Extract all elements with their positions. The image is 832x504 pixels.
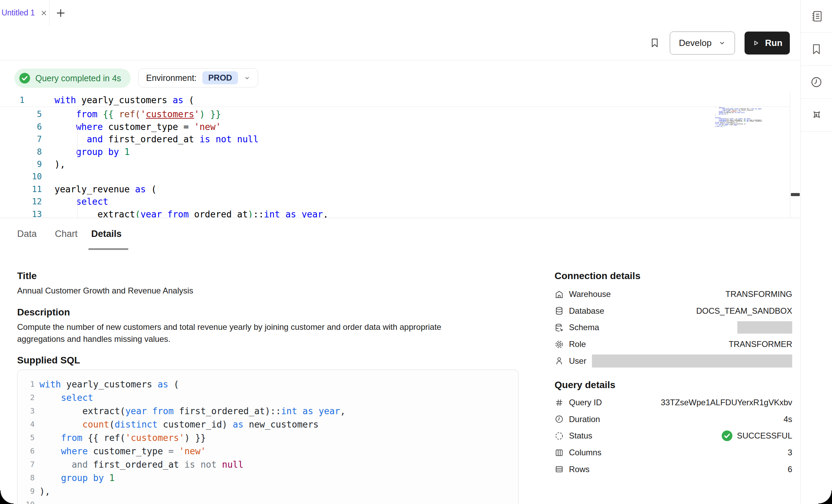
sidebar-button-discover-compass[interactable] bbox=[801, 99, 832, 132]
detail-label: User bbox=[569, 356, 586, 366]
detail-value: 33TZseWpe1ALFDUYerxR1gVKxbv bbox=[661, 398, 792, 407]
toolbar: Develop Run bbox=[0, 26, 800, 60]
detail-row-status: StatusSUCCESSFUL bbox=[555, 428, 792, 444]
check-circle-icon bbox=[721, 430, 733, 442]
line-number: 11 bbox=[0, 184, 42, 194]
run-button[interactable]: Run bbox=[745, 32, 790, 55]
code-text: extract(year from ordered_at)::int as ye… bbox=[55, 209, 328, 218]
sidebar-button-notebook[interactable] bbox=[801, 0, 832, 33]
editor-lines: 5 from {{ ref('customers') }}6 where cus… bbox=[0, 108, 790, 218]
detail-label: Columns bbox=[569, 448, 602, 457]
code-line: 1with yearly_customers as ( bbox=[0, 94, 194, 106]
code-text: with yearly_customers as ( bbox=[55, 95, 194, 105]
environment-value-badge: PROD bbox=[202, 71, 238, 84]
plus-icon bbox=[56, 8, 66, 18]
editor-scrollbar[interactable] bbox=[790, 91, 800, 218]
line-number: 5 bbox=[0, 109, 42, 119]
code-line: 5 from {{ ref('customers') }} bbox=[17, 431, 518, 444]
results-tab-bar: DataChartDetails bbox=[0, 218, 800, 251]
detail-value: 6 bbox=[788, 465, 792, 474]
results-tab-data[interactable]: Data bbox=[17, 218, 37, 250]
connection-details-rows: WarehouseTRANSFORMINGDatabaseDOCS_TEAM_S… bbox=[555, 286, 792, 369]
right-sidebar bbox=[800, 0, 832, 504]
code-line: 5 from {{ ref('customers') }} bbox=[0, 108, 790, 120]
description-value: Compute the number of new customers and … bbox=[17, 321, 487, 345]
warehouse-icon bbox=[555, 290, 564, 299]
code-line: 8 group by 1 bbox=[0, 145, 790, 158]
detail-value: TRANSFORMER bbox=[729, 339, 792, 349]
scrollbar-thumb[interactable] bbox=[791, 193, 800, 196]
connection-details-heading: Connection details bbox=[555, 271, 640, 281]
detail-row-query-id: Query ID33TZseWpe1ALFDUYerxR1gVKxbv bbox=[555, 394, 792, 411]
develop-dropdown[interactable]: Develop bbox=[670, 32, 735, 55]
details-panel: Title Annual Customer Growth and Revenue… bbox=[0, 250, 800, 504]
environment-selector[interactable]: Environment: PROD bbox=[138, 68, 258, 87]
line-number: 6 bbox=[17, 447, 35, 455]
detail-label: Warehouse bbox=[569, 289, 611, 299]
code-text: ), bbox=[55, 159, 65, 169]
detail-label: Status bbox=[569, 431, 592, 441]
detail-row-user: User bbox=[555, 352, 792, 369]
title-value: Annual Customer Growth and Revenue Analy… bbox=[17, 285, 193, 297]
user-icon bbox=[555, 356, 564, 365]
detail-value: DOCS_TEAM_SANDBOX bbox=[696, 306, 792, 316]
new-tab-button[interactable] bbox=[49, 0, 72, 26]
rows-icon bbox=[555, 465, 564, 474]
code-text: count(distinct customer_id) as new_custo… bbox=[39, 419, 319, 430]
role-icon bbox=[555, 340, 564, 349]
detail-value: 3 bbox=[788, 448, 792, 457]
code-text: select bbox=[55, 196, 108, 207]
query-status-text: Query completed in 4s bbox=[35, 73, 121, 83]
sql-editor[interactable]: 5 from {{ ref('customers') }}6 where cus… bbox=[0, 91, 790, 218]
code-line: 3 extract(year from first_ordered_at)::i… bbox=[17, 404, 518, 418]
sidebar-button-history-clock[interactable] bbox=[801, 66, 832, 99]
line-number: 10 bbox=[17, 500, 35, 504]
detail-row-schema: Schema bbox=[555, 319, 792, 336]
code-text: ), bbox=[39, 486, 50, 496]
detail-row-duration: Duration4s bbox=[555, 411, 792, 428]
supplied-sql-block: 1with yearly_customers as (2 select3 ext… bbox=[17, 370, 519, 504]
line-number: 1 bbox=[0, 95, 42, 105]
sticky-scroll-line: 1with yearly_customers as ( bbox=[0, 94, 790, 107]
run-label: Run bbox=[765, 38, 783, 48]
code-line: 8 group by 1 bbox=[17, 471, 518, 484]
title-heading: Title bbox=[17, 271, 37, 281]
sidebar-button-bookmark[interactable] bbox=[801, 33, 832, 66]
query-details-heading: Query details bbox=[555, 380, 615, 391]
chevron-down-icon bbox=[244, 75, 250, 81]
line-number: 8 bbox=[17, 473, 35, 482]
line-number: 1 bbox=[17, 380, 35, 388]
line-number: 9 bbox=[0, 159, 42, 169]
duration-clock-icon bbox=[555, 415, 564, 424]
line-number: 12 bbox=[0, 197, 42, 206]
window-corner bbox=[0, 490, 14, 504]
tab-untitled-1[interactable]: Untitled 1 bbox=[0, 0, 49, 26]
results-tab-chart[interactable]: Chart bbox=[55, 218, 78, 250]
develop-label: Develop bbox=[679, 38, 712, 48]
close-icon[interactable] bbox=[40, 9, 48, 17]
results-tab-details[interactable]: Details bbox=[91, 218, 122, 250]
bookmark-icon bbox=[810, 43, 823, 56]
discover-compass-icon bbox=[810, 109, 823, 121]
code-text: group by 1 bbox=[39, 473, 115, 483]
detail-label: Schema bbox=[569, 323, 599, 332]
description-heading: Description bbox=[17, 307, 70, 318]
query-details-rows: Query ID33TZseWpe1ALFDUYerxR1gVKxbvDurat… bbox=[555, 394, 792, 478]
code-line: 2 select bbox=[17, 391, 518, 404]
line-number: 9 bbox=[17, 487, 35, 495]
detail-row-columns: Columns3 bbox=[555, 444, 792, 461]
redacted-value bbox=[737, 321, 792, 334]
code-line: 9), bbox=[17, 484, 518, 498]
tab-bar: Untitled 1 bbox=[0, 0, 800, 26]
code-line: 4 count(distinct customer_id) as new_cus… bbox=[17, 418, 518, 431]
line-number: 8 bbox=[0, 147, 42, 157]
history-clock-icon bbox=[810, 76, 823, 88]
code-text: extract(year from first_ordered_at)::int… bbox=[39, 406, 345, 416]
bookmark-icon[interactable] bbox=[649, 36, 660, 49]
detail-value: TRANSFORMING bbox=[725, 289, 792, 299]
code-text: and first_ordered_at is not null bbox=[55, 134, 259, 144]
code-text: with yearly_customers as ( bbox=[39, 379, 179, 389]
code-text: yearly_revenue as ( bbox=[55, 184, 156, 194]
query-status-pill: Query completed in 4s bbox=[14, 69, 131, 88]
line-number: 3 bbox=[17, 407, 35, 415]
